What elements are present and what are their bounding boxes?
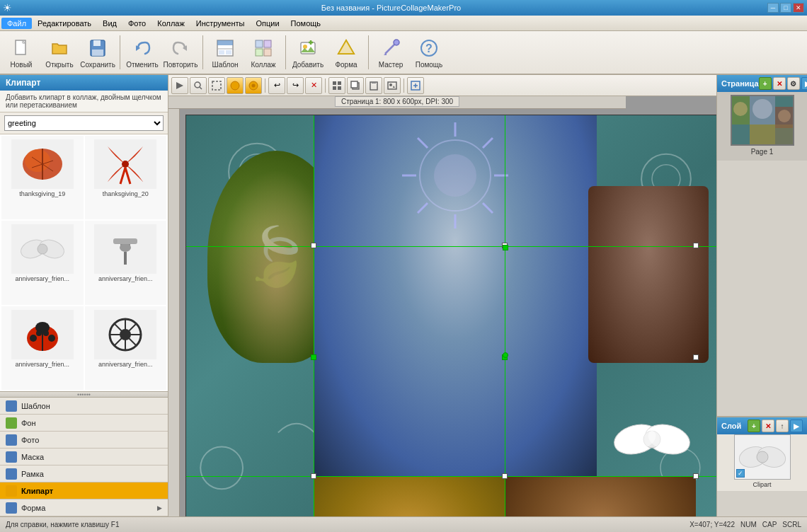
nav-item-photo[interactable]: Фото <box>0 432 168 449</box>
clipart-title: Клипарт <box>6 78 40 88</box>
handle-bot-right[interactable] <box>693 473 699 479</box>
ct-btn-copy[interactable] <box>347 77 364 94</box>
ct-btn-paste[interactable] <box>365 77 382 94</box>
toolbar-btn-форма[interactable]: Форма <box>328 33 365 71</box>
toolbar-btn-отменить[interactable]: Отменить <box>124 33 161 71</box>
clipart-item[interactable]: anniversary_frien... <box>1 306 84 390</box>
clipart-label: thanksgiving_19 <box>11 190 74 197</box>
photo-3[interactable] <box>588 186 709 363</box>
toolbar-btn-мастер[interactable]: Мастер <box>372 33 409 71</box>
ct-btn-lock[interactable] <box>245 77 262 94</box>
page-settings-btn[interactable]: ⚙ <box>787 77 800 90</box>
menu-item-[interactable]: Фото <box>122 18 151 29</box>
selection-line-v1 <box>314 115 314 516</box>
page-thumbnail[interactable] <box>731 95 794 146</box>
nav-item-clipart[interactable]: Клипарт <box>0 482 168 499</box>
svg-point-40 <box>120 243 131 252</box>
layer-up-btn[interactable]: ↑ <box>776 420 789 432</box>
ct-btn-grid[interactable] <box>328 77 345 94</box>
bow-clipart[interactable] <box>609 404 694 475</box>
clipart-item[interactable]: thanksgiving_19 <box>1 136 84 219</box>
menu-item-[interactable]: Коллаж <box>151 18 190 29</box>
titlebar: ☀ Без названия - PictureCollageMakerPro … <box>0 0 807 16</box>
handle-top-right[interactable] <box>693 243 699 248</box>
nav-item-mask[interactable]: Маска <box>0 449 168 466</box>
toolbar-btn-шаблон[interactable]: Шаблон <box>207 33 244 71</box>
menu-item-[interactable]: Опции <box>250 18 285 29</box>
toolbar-label-2: Сохранить <box>80 61 115 69</box>
svg-point-60 <box>231 81 239 90</box>
clipart-item[interactable]: anniversary_frien... <box>1 221 84 304</box>
clipart-item[interactable]: thanksgiving_20 <box>85 136 167 219</box>
menu-item-[interactable]: Файл <box>1 18 32 29</box>
restore-button[interactable]: □ <box>780 3 791 13</box>
nav-item-shape[interactable]: Форма ▶ <box>0 499 168 516</box>
layer-thumb-wrapper: ✓ Clipart <box>734 434 791 488</box>
clipart-panel-header: Клипарт <box>0 75 168 91</box>
ct-btn-circle[interactable] <box>227 77 244 94</box>
left-panel: Клипарт Добавить клипарт в коллаж, двойн… <box>0 75 168 516</box>
ct-btn-enhance[interactable] <box>407 77 424 94</box>
handle-bot-left[interactable] <box>311 473 316 479</box>
svg-point-105 <box>752 99 772 119</box>
svg-rect-70 <box>372 81 376 83</box>
minimize-button[interactable]: ─ <box>767 3 779 13</box>
layer-nav-btn[interactable]: ▶ <box>790 420 803 432</box>
ct-btn-zoom-photo[interactable] <box>384 77 401 94</box>
photo-4[interactable] <box>314 476 505 516</box>
toolbar-icon-2 <box>86 37 109 59</box>
nav-item-bg[interactable]: Фон <box>0 415 168 432</box>
ct-btn-select[interactable] <box>208 77 225 94</box>
layer-delete-btn[interactable]: ✕ <box>762 420 774 432</box>
page-delete-btn[interactable]: ✕ <box>773 77 786 90</box>
toolbar-label-1: Открыть <box>45 61 73 69</box>
toolbar-btn-повторить[interactable]: Повторить <box>162 33 199 71</box>
handle-mid-left[interactable] <box>311 354 316 360</box>
toolbar-btn-помощь[interactable]: ?Помощь <box>411 33 447 71</box>
svg-rect-63 <box>333 81 336 85</box>
svg-point-33 <box>122 161 129 168</box>
ct-btn-delete[interactable]: ✕ <box>305 77 322 94</box>
menu-item-[interactable]: Помощь <box>285 18 327 29</box>
handle-top-left[interactable] <box>311 243 316 248</box>
ct-btn-redo[interactable]: ↪ <box>287 77 304 94</box>
photo-5[interactable] <box>505 476 696 516</box>
menu-item-[interactable]: Вид <box>97 18 122 29</box>
handle-bot-center[interactable] <box>502 473 508 479</box>
toolbar-btn-новый[interactable]: Новый <box>3 33 40 71</box>
ct-btn-arrow[interactable] <box>171 77 188 94</box>
page-nav-btn[interactable]: ▶ <box>801 77 807 90</box>
clipart-item[interactable]: anniversary_frien... <box>85 306 167 390</box>
layer-add-btn[interactable]: + <box>748 420 760 432</box>
svg-point-72 <box>389 83 392 86</box>
thumb-preview <box>732 96 793 144</box>
copy-icon <box>350 81 360 91</box>
ruler-left <box>168 109 180 516</box>
photo-2[interactable] <box>314 115 597 476</box>
nav-item-template[interactable]: Шаблон <box>0 398 168 415</box>
clipart-item[interactable]: anniversary_frien... <box>85 221 167 304</box>
nav-item-frame[interactable]: Рамка <box>0 466 168 482</box>
page-add-btn[interactable]: + <box>759 77 772 90</box>
layer-panel: Слой + ✕ ↑ ▶ <box>717 417 807 516</box>
toolbar-btn-добавить[interactable]: Добавить <box>290 33 326 71</box>
layer-item-label: Clipart <box>752 481 771 488</box>
menu-item-[interactable]: Инструменты <box>190 18 251 29</box>
layer-item-thumb[interactable]: ✓ <box>734 434 791 480</box>
collage-canvas[interactable]: 🍃 <box>185 115 716 516</box>
left-nav: Шаблон Фон Фото Маска Рамка Клипарт <box>0 397 168 516</box>
menu-item-[interactable]: Редактировать <box>32 18 97 29</box>
nav-label-frame: Рамка <box>21 470 44 478</box>
toolbar-btn-сохранить[interactable]: Сохранить <box>79 33 116 71</box>
ct-btn-zoom-in[interactable] <box>190 77 207 94</box>
toolbar-btn-открыть[interactable]: Открыть <box>41 33 78 71</box>
page-label: Page 1 <box>731 146 794 158</box>
toolbar-btn-коллаж[interactable]: Коллаж <box>245 33 282 71</box>
layer-checkbox[interactable]: ✓ <box>736 469 745 478</box>
ct-btn-undo[interactable]: ↩ <box>268 77 285 94</box>
clipart-category-select[interactable]: greeting thanksgiving anniversary <box>4 115 164 131</box>
handle-mid-right[interactable] <box>693 354 699 360</box>
close-button[interactable]: ✕ <box>793 3 804 13</box>
page-panel-title: Страница <box>721 79 759 88</box>
canvas-toolbar: ↩ ↪ ✕ <box>168 75 716 96</box>
